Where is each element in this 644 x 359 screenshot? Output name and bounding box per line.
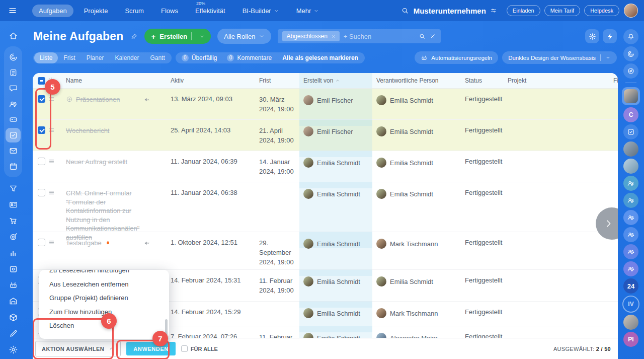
column-header-frist[interactable]: Frist [255,77,299,84]
column-header-flo[interactable]: Flo [609,77,618,84]
task-name-cell[interactable]: Präsentationen [62,89,167,119]
sidebar-item-automation[interactable] [6,278,21,293]
sidebar-item-crm[interactable] [6,181,21,196]
group-chat-2[interactable] [623,193,638,208]
nav-tab-aufgaben[interactable]: Aufgaben [32,5,73,17]
task-name-cell[interactable]: Wochenbericht [62,120,167,151]
for-all-checkbox[interactable]: FÜR ALLE [181,345,218,352]
sidebar-item-sales[interactable] [6,213,21,228]
chat-cat[interactable] [623,315,638,330]
column-header-erstellt-von[interactable]: Erstellt von [299,73,372,88]
view-tab-gantt[interactable]: Gantt [144,52,170,63]
table-row[interactable]: Neuer Auftrag erstellt11. Januar 2024, 0… [33,151,618,182]
sidebar-item-bi-analytics[interactable] [6,246,21,260]
sidebar-item-company[interactable] [6,294,21,309]
chat-photo-1[interactable] [623,141,638,157]
menu-scrollbar[interactable] [165,319,168,336]
search-icon[interactable] [401,7,409,15]
notifications-button[interactable] [623,29,638,44]
copilot-button[interactable] [623,46,638,61]
person-emilia-schmidt[interactable]: Emilia Schmidt [303,308,368,318]
person-emilia-schmidt[interactable]: Emilia Schmidt [303,189,368,199]
tasks-chat-button[interactable] [623,124,638,139]
active-user-chat[interactable] [622,87,640,105]
sidebar-item-copilot[interactable] [6,50,21,64]
search-icon[interactable] [419,33,426,40]
menu-item-aus-lesezeichen-entfernen[interactable]: Aus Lesezeichen entfernen [39,277,169,292]
filter-chip-abgeschlossen[interactable]: Abgeschlossen [282,31,339,41]
action-select-button[interactable]: AKTION AUSWÄHLEN [35,341,121,356]
history-button[interactable] [623,63,638,79]
menu-item-zu-lesezeichen-hinzufügen[interactable]: Zu Lesezeichen hinzufügen [39,270,169,277]
column-header-verantwortliche-person[interactable]: Verantwortliche Person [372,77,461,84]
sidebar-item-sites[interactable] [6,262,21,276]
view-tab-frist[interactable]: Frist [58,52,80,63]
nav-tab-bi-builder[interactable]: BI-Builder [236,5,286,17]
person-emil-fischer[interactable]: Emil Fischer [303,126,368,136]
roles-dropdown[interactable]: Alle Rollen [217,29,271,44]
table-row[interactable]: Wochenbericht25. April 2024, 14:0321. Ap… [33,120,618,151]
settings-button[interactable] [585,29,599,43]
person-emilia-schmidt[interactable]: Emilia Schmidt [376,126,457,136]
create-task-button[interactable]: + Erstellen [144,29,211,44]
table-row[interactable]: Präsentationen13. März 2024, 09:0330. Mä… [33,89,618,120]
row-checkbox[interactable] [38,239,45,246]
sidebar-item-employees[interactable] [6,97,21,111]
navbar-button-helpdesk[interactable]: Helpdesk [584,5,619,16]
nav-tab-effektivit-t[interactable]: 20%Effektivität [189,5,232,17]
view-tab-kalender[interactable]: Kalender [109,52,144,63]
counter-kommentare[interactable]: 0Kommentare [222,54,277,61]
view-tab-planer[interactable]: Planer [81,52,110,63]
nav-tab-scrum[interactable]: Scrum [118,5,150,17]
theme-dropdown-button[interactable]: Dunkles Design der Wissensbasis [502,51,617,64]
sidebar-item-market[interactable] [6,310,21,325]
counter--berf-llig[interactable]: 0Überfällig [177,54,222,61]
counter-24[interactable]: 24 [623,278,638,294]
group-chat-1[interactable] [623,176,638,191]
view-tab-liste[interactable]: Liste [34,52,58,63]
row-checkbox[interactable] [38,95,45,103]
task-name-cell[interactable]: Neuer Auftrag erstellt [62,151,167,182]
chat-photo-2[interactable] [623,159,638,174]
boost-button[interactable] [603,29,617,43]
automation-rules-button[interactable]: Automatisierungsregeln [415,51,498,64]
person-emilia-schmidt[interactable]: Emilia Schmidt [376,276,457,286]
table-row[interactable]: CRM: Online-Formular "Formular der Konta… [33,182,618,232]
sidebar-item-drive[interactable] [6,112,21,127]
column-header-projekt[interactable]: Projekt [504,77,609,84]
group-chat-4[interactable] [623,227,638,242]
row-checkbox[interactable] [38,126,45,134]
nav-tab-mehr[interactable]: Mehr [290,5,326,17]
person-emilia-schmidt[interactable]: Emilia Schmidt [303,276,368,286]
clear-filter-icon[interactable] [429,33,436,40]
expand-subtasks-icon[interactable] [66,96,73,103]
person-mark-tischmann[interactable]: Mark Tischmann [376,308,457,318]
menu-item-zum-flow-hinzufügen[interactable]: Zum Flow hinzufügen [39,305,169,319]
chat-c[interactable]: C [623,107,638,122]
column-header-name[interactable]: Name [62,77,167,84]
sidebar-item-contact-center[interactable] [6,197,21,212]
sidebar-item-calendar[interactable] [6,159,21,174]
chevron-down-icon[interactable] [199,33,205,40]
person-emilia-schmidt[interactable]: Emilia Schmidt [303,158,368,168]
close-icon[interactable] [331,34,336,39]
group-chat-5[interactable] [623,244,638,259]
sidebar-item-sign[interactable] [6,326,21,341]
sidebar-item-home[interactable] [6,29,21,43]
table-row[interactable]: Testaufgabe1. Oktober 2024, 12:5129. Sep… [33,232,618,270]
sidebar-item-messenger[interactable] [6,81,21,96]
sidebar-item-marketing[interactable] [6,230,21,244]
chat-iv[interactable]: IV [622,296,639,313]
person-emil-fischer[interactable]: Emil Fischer [303,95,368,105]
nav-tab-flows[interactable]: Flows [154,5,185,17]
navbar-button-mein-tarif[interactable]: Mein Tarif [544,5,580,16]
filter-search-input[interactable]: Abgeschlossen + Suchen [278,29,441,43]
person-emilia-schmidt[interactable]: Emilia Schmidt [376,158,457,168]
sidebar-item-mail[interactable] [6,143,21,158]
menu-item-löschen[interactable]: Löschen [39,319,169,333]
row-checkbox[interactable] [38,158,45,165]
menu-item-gruppe-projekt-definieren[interactable]: Gruppe (Projekt) definieren [39,291,169,305]
person-emilia-schmidt[interactable]: Emilia Schmidt [303,239,368,249]
for-all-checkbox-box[interactable] [181,345,188,352]
person-emilia-schmidt[interactable]: Emilia Schmidt [376,95,457,105]
